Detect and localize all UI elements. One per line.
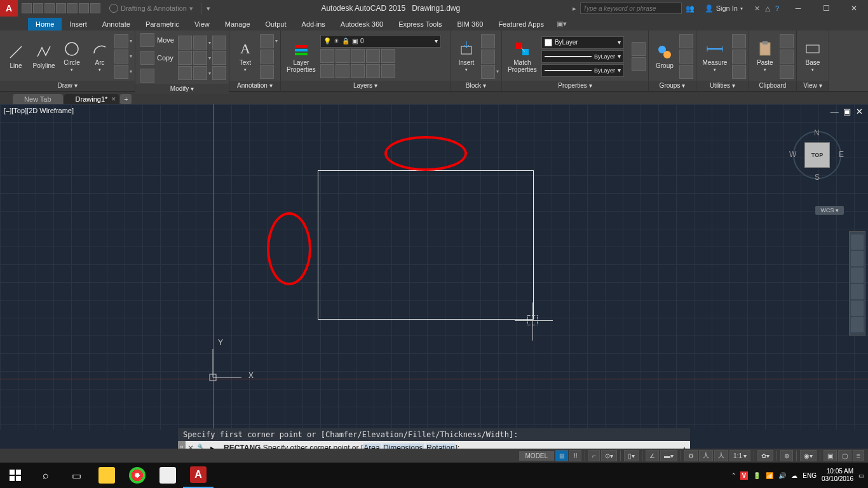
title-arrow-icon[interactable]: ▸ [569, 4, 580, 13]
arc-button[interactable]: Arc▾ [86, 37, 113, 75]
orbit-icon[interactable] [851, 284, 864, 299]
viewcube-s[interactable]: S [815, 173, 820, 182]
layer-unlock-icon[interactable] [366, 64, 380, 78]
anno-vis-toggle[interactable]: 人 [699, 450, 713, 461]
copy-clip-icon[interactable] [780, 50, 794, 64]
edit-attr-icon[interactable] [481, 65, 495, 79]
layer-lock-icon[interactable] [366, 49, 380, 63]
panel-view-label[interactable]: View ▾ [797, 81, 829, 91]
tab-parametric[interactable]: Parametric [138, 18, 187, 30]
canvas-window-controls[interactable]: — ▣ ✕ [831, 107, 864, 116]
start-button[interactable] [0, 463, 31, 488]
viewcube-face[interactable]: TOP [804, 142, 830, 168]
group-edit-icon[interactable] [679, 50, 693, 64]
panel-annotation-label[interactable]: Annotation ▾ [229, 81, 280, 91]
line-button[interactable]: Line [3, 41, 29, 72]
calc-icon[interactable] [732, 50, 746, 64]
copybase-icon[interactable] [780, 65, 794, 79]
layer-properties-button[interactable]: Layer Properties [283, 37, 319, 76]
pinned-app[interactable] [153, 463, 183, 488]
move-button[interactable]: Move [138, 32, 177, 48]
panel-groups-label[interactable]: Groups ▾ [649, 81, 696, 91]
panel-modify-label[interactable]: Modify ▾ [135, 84, 229, 94]
close-button[interactable]: ✕ [840, 0, 868, 17]
match-properties-button[interactable]: Match Properties [505, 37, 540, 76]
clean-toggle[interactable]: ▢ [838, 450, 851, 461]
taskview-button[interactable]: ▭ [61, 463, 92, 488]
new-icon[interactable] [22, 3, 32, 13]
ungroup-icon[interactable] [679, 34, 693, 48]
tab-autodesk360[interactable]: Autodesk 360 [333, 18, 391, 30]
text-button[interactable]: AText▾ [232, 37, 259, 75]
signin-button[interactable]: 👤 Sign In ▾ [698, 4, 749, 13]
grid-toggle[interactable]: ⊞ [555, 450, 568, 461]
plot-icon[interactable] [67, 3, 78, 13]
mirror-icon[interactable] [178, 51, 192, 65]
cut-icon[interactable] [780, 34, 794, 48]
layer-prev-icon[interactable] [336, 64, 349, 78]
ribbon-launcher-icon[interactable]: ▣▾ [552, 17, 572, 30]
linetype-dropdown[interactable]: ByLayer▾ [541, 64, 624, 77]
viewcube[interactable]: N S E W TOP [785, 123, 849, 187]
hatch-icon[interactable] [114, 65, 128, 79]
tab-featuredapps[interactable]: Featured Apps [491, 18, 552, 30]
tray-volume-icon[interactable]: 🔊 [778, 472, 786, 479]
anno-toggle[interactable]: ⚙ [684, 450, 698, 461]
snap-toggle[interactable]: ⠿ [569, 450, 581, 461]
drawing-canvas[interactable]: [–][Top][2D Wireframe] — ▣ ✕ YX N S E W … [0, 104, 868, 430]
showmo-icon[interactable] [851, 301, 864, 316]
search-icon[interactable]: 👥 [682, 4, 698, 13]
viewcube-e[interactable]: E [839, 150, 844, 159]
tab-new[interactable]: New Tab [13, 94, 63, 104]
list-icon[interactable] [632, 57, 646, 71]
table-icon[interactable] [260, 65, 274, 79]
insert-button[interactable]: Insert▾ [453, 37, 480, 75]
maximize-button[interactable]: ☐ [812, 0, 840, 17]
view-label[interactable]: [–][Top][2D Wireframe] [4, 107, 74, 114]
status-model[interactable]: MODEL [519, 451, 555, 461]
qat-more-icon[interactable]: ▾ [204, 4, 213, 13]
create-block-icon[interactable] [481, 34, 495, 48]
tray-expand-icon[interactable]: ˄ [732, 472, 735, 479]
rotate-icon[interactable] [178, 36, 192, 50]
layer-change-icon[interactable] [381, 64, 395, 78]
color-dropdown[interactable]: ByLayer▾ [541, 36, 624, 49]
tab-view[interactable]: View [187, 18, 217, 30]
edit-block-icon[interactable] [481, 50, 495, 64]
save-icon[interactable] [44, 3, 55, 13]
panel-layers-label[interactable]: Layers ▾ [281, 81, 450, 91]
autocad-app[interactable]: A [183, 463, 214, 488]
layer-iso-icon[interactable] [336, 49, 349, 63]
layer-make-icon[interactable] [381, 49, 395, 63]
panel-properties-label[interactable]: Properties ▾ [502, 81, 648, 91]
panel-draw-label[interactable]: Draw ▾ [0, 81, 135, 91]
tab-drawing1[interactable]: Drawing1*✕ [64, 94, 119, 104]
tab-output[interactable]: Output [258, 18, 294, 30]
anno-scale[interactable]: 1:1▾ [729, 450, 750, 461]
trim-icon[interactable] [193, 36, 207, 50]
tab-home[interactable]: Home [28, 18, 62, 30]
custom-toggle[interactable]: ≡ [853, 450, 864, 461]
tray-notifications-icon[interactable]: ▭ [858, 472, 864, 479]
tray-wifi-icon[interactable]: 📶 [766, 472, 773, 479]
tab-expresstools[interactable]: Express Tools [391, 18, 449, 30]
zoom-icon[interactable] [851, 268, 864, 283]
point-icon[interactable] [732, 65, 746, 79]
hw-toggle[interactable]: ▣ [824, 450, 837, 461]
iso-toggle[interactable]: ◉▾ [800, 450, 817, 461]
tray-power-icon[interactable]: 🔋 [753, 472, 761, 479]
minimize-button[interactable]: ─ [784, 0, 812, 17]
layer-off-icon[interactable] [320, 49, 334, 63]
layer-dropdown[interactable]: 💡☀🔒▣0▾ [320, 35, 441, 48]
ws-toggle[interactable]: ✿▾ [757, 450, 773, 461]
a360-icon[interactable]: △ [765, 4, 770, 13]
fillet-icon[interactable] [193, 51, 207, 65]
lineweight-dropdown[interactable]: ByLayer▾ [541, 50, 624, 63]
otrack-toggle[interactable]: ∠ [646, 450, 659, 461]
group-button[interactable]: Group [651, 41, 678, 72]
anno-monitor-toggle[interactable]: ⊕ [780, 450, 793, 461]
fullnav-icon[interactable] [851, 234, 864, 250]
nav-more-icon[interactable] [851, 317, 864, 332]
layer-freeze-icon[interactable] [351, 49, 365, 63]
offset-icon[interactable] [212, 66, 226, 80]
